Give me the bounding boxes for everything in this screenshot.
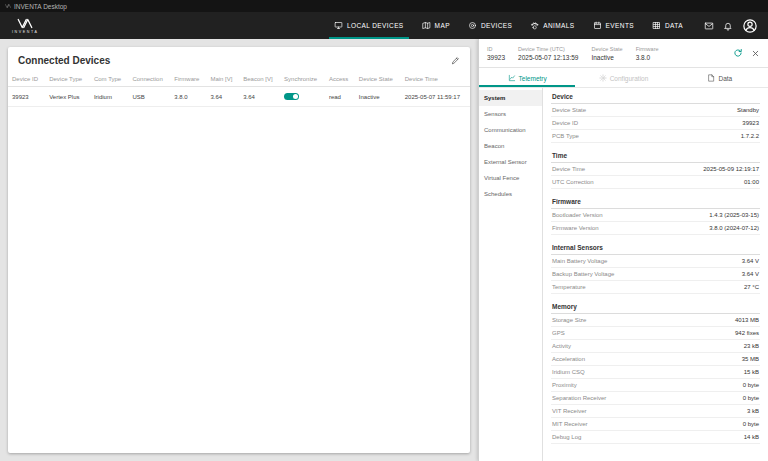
detail-row: Temperature27 °C: [551, 281, 760, 294]
section-title: Internal Sensors: [551, 240, 760, 255]
detail-label: Debug Log: [552, 434, 581, 440]
detail-value: 27 °C: [744, 284, 759, 290]
section-time: TimeDevice Time2025-05-09 12:19:17UTC Co…: [551, 148, 760, 189]
section-title: Memory: [551, 299, 760, 314]
table-row[interactable]: 39923Vertex PlusIridiumUSB3.8.03.643.64r…: [8, 87, 470, 107]
column-header-beacon-v: Beacon [V]: [239, 72, 280, 87]
detail-label: PCB Type: [552, 133, 579, 139]
device-time-value: 2025-05-07 12:13:59: [518, 54, 578, 61]
section-title: Device: [551, 89, 760, 104]
tab-data[interactable]: Data: [672, 68, 768, 87]
detail-value: 0 byte: [743, 382, 759, 388]
close-icon[interactable]: [751, 49, 760, 58]
window-titlebar: INVENTA Desktop: [0, 0, 768, 12]
detail-value: 0 byte: [743, 421, 759, 427]
device-state-label: Device State: [591, 46, 622, 52]
subnav-item-virtual-fence[interactable]: Virtual Fence: [479, 170, 542, 186]
detail-row: PCB Type1.7.2.2: [551, 130, 760, 143]
subnav-item-external-sensor[interactable]: External Sensor: [479, 154, 542, 170]
device-panel-header: ID 39923 Device Time (UTC) 2025-05-07 12…: [479, 39, 768, 68]
column-header-firmware: Firmware: [170, 72, 206, 87]
inventa-logo-icon: [14, 18, 36, 29]
monitor-icon: [334, 21, 343, 30]
detail-row: Backup Battery Voltage3.64 V: [551, 268, 760, 281]
nav-item-devices[interactable]: DEVICES: [459, 12, 521, 39]
detail-label: Main Battery Voltage: [552, 258, 607, 264]
nav-right-icons: [704, 12, 758, 39]
detail-label: Backup Battery Voltage: [552, 271, 614, 277]
detail-row: Main Battery Voltage3.64 V: [551, 255, 760, 268]
nav-item-animals[interactable]: ANIMALS: [521, 12, 583, 39]
subnav-item-system[interactable]: System: [479, 90, 542, 106]
subnav-item-sensors[interactable]: Sensors: [479, 106, 542, 122]
section-title: Time: [551, 148, 760, 163]
nav-item-label: LOCAL DEVICES: [347, 22, 404, 29]
edit-pencil-icon[interactable]: [451, 56, 460, 65]
detail-row: UTC Correction01:00: [551, 176, 760, 189]
detail-row: Device StateStandby: [551, 104, 760, 117]
table-cell: Inactive: [355, 87, 401, 107]
detail-value: 23 kB: [744, 343, 759, 349]
detail-row: GPS942 fixes: [551, 327, 760, 340]
account-avatar-icon[interactable]: [742, 18, 758, 34]
nav-item-label: DEVICES: [481, 22, 512, 29]
nav-item-events[interactable]: EVENTS: [584, 12, 643, 39]
notifications-bell-icon[interactable]: [723, 21, 733, 31]
detail-row: Proximity0 byte: [551, 379, 760, 392]
detail-label: VIT Receiver: [552, 408, 587, 414]
nav-item-local-devices[interactable]: LOCAL DEVICES: [325, 12, 413, 39]
target-icon: [468, 21, 477, 30]
table-cell: 3.64: [239, 87, 280, 107]
detail-row: Debug Log14 kB: [551, 431, 760, 444]
nav-item-map[interactable]: MAP: [413, 12, 459, 39]
detail-value: 4013 MB: [735, 317, 759, 323]
tab-label: Data: [718, 75, 732, 82]
device-id-group: ID 39923: [487, 46, 505, 61]
section-title: Firmware: [551, 194, 760, 209]
doc-icon: [707, 74, 715, 82]
tab-telemetry[interactable]: Telemetry: [479, 68, 575, 87]
table-body: 39923Vertex PlusIridiumUSB3.8.03.643.64r…: [8, 87, 470, 107]
column-header-device-time: Device Time: [401, 72, 470, 87]
device-state-value: Inactive: [591, 54, 622, 61]
panel-body: SystemSensorsCommunicationBeaconExternal…: [479, 88, 768, 461]
left-area: Connected Devices Device IDDevice TypeCo…: [0, 39, 478, 461]
detail-label: Proximity: [552, 382, 577, 388]
paw-icon: [530, 21, 539, 30]
detail-label: GPS: [552, 330, 565, 336]
nav-item-label: MAP: [435, 22, 450, 29]
subnav-item-communication[interactable]: Communication: [479, 122, 542, 138]
subnav-item-beacon[interactable]: Beacon: [479, 138, 542, 154]
telemetry-subnav: SystemSensorsCommunicationBeaconExternal…: [479, 88, 543, 461]
detail-label: Bootloader Version: [552, 212, 603, 218]
column-header-device-type: Device Type: [45, 72, 90, 87]
detail-label: Device Time: [552, 166, 585, 172]
detail-label: UTC Correction: [552, 179, 594, 185]
column-header-connection: Connection: [128, 72, 170, 87]
navbar: INVENTA LOCAL DEVICESMAPDEVICESANIMALSEV…: [0, 12, 768, 39]
device-firmware-group: Firmware 3.8.0: [636, 46, 659, 61]
subnav-item-schedules[interactable]: Schedules: [479, 186, 542, 202]
nav-item-data[interactable]: DATA: [643, 12, 692, 39]
table-cell: 3.8.0: [170, 87, 206, 107]
tab-label: Telemetry: [519, 75, 547, 82]
table-cell: USB: [128, 87, 170, 107]
device-detail-panel: ID 39923 Device Time (UTC) 2025-05-07 12…: [478, 39, 768, 461]
mail-icon[interactable]: [704, 21, 714, 31]
connected-devices-header: Connected Devices: [8, 47, 470, 72]
detail-value: 39923: [742, 120, 759, 126]
detail-label: Activity: [552, 343, 571, 349]
detail-row: VIT Receiver3 kB: [551, 405, 760, 418]
tab-configuration[interactable]: Configuration: [575, 68, 671, 87]
synchronize-toggle[interactable]: [284, 93, 299, 100]
nav-item-label: EVENTS: [606, 22, 634, 29]
column-header-com-type: Com Type: [90, 72, 129, 87]
refresh-icon[interactable]: [733, 48, 743, 58]
connected-devices-card: Connected Devices Device IDDevice TypeCo…: [8, 47, 470, 453]
detail-label: Device State: [552, 107, 586, 113]
calendar-icon: [593, 21, 602, 30]
detail-value: 01:00: [744, 179, 759, 185]
detail-value: 942 fixes: [735, 330, 759, 336]
detail-label: Acceleration: [552, 356, 585, 362]
device-id-value: 39923: [487, 54, 505, 61]
